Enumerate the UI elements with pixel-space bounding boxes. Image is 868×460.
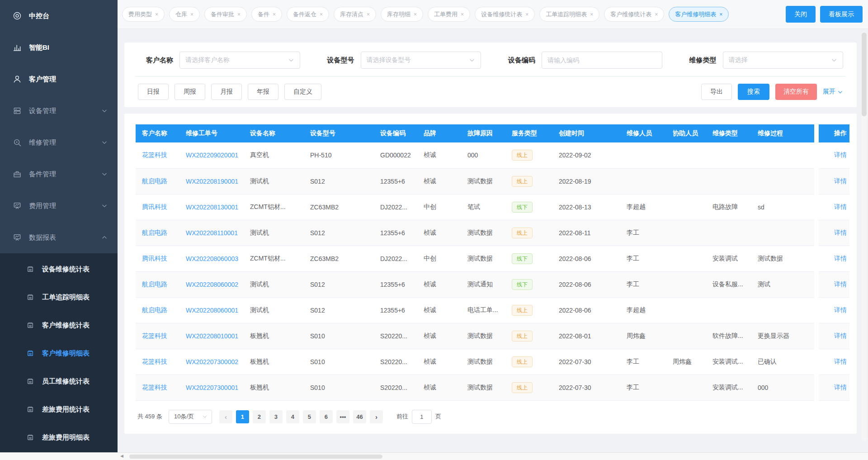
goto-page-input[interactable] <box>412 410 432 424</box>
submenu-item-device-repair-stats[interactable]: 设备维修统计表 <box>0 255 118 283</box>
period-button[interactable]: 年报 <box>248 84 278 100</box>
customer-name-select[interactable]: 请选择客户名称 <box>179 52 300 69</box>
submenu-item-customer-repair-detail[interactable]: 客户维修明细表 <box>0 339 118 367</box>
page-number-button[interactable]: ••• <box>336 410 349 423</box>
close-button[interactable]: 关闭 <box>786 6 816 23</box>
page-number-button[interactable]: 46 <box>353 410 366 423</box>
tab-close-icon[interactable]: × <box>190 11 193 18</box>
clear-all-button[interactable]: 清空所有 <box>775 84 817 100</box>
tab-close-icon[interactable]: × <box>655 11 658 18</box>
tab-close-icon[interactable]: × <box>273 11 276 18</box>
detail-link[interactable]: 详情 <box>834 177 847 185</box>
sidebar-item-bi[interactable]: 智能BI <box>0 32 118 63</box>
device-code-input[interactable] <box>542 52 662 69</box>
period-button[interactable]: 周报 <box>175 84 205 100</box>
page-tab[interactable]: 工单追踪明细表 × <box>539 7 599 22</box>
page-tab[interactable]: 备件审批 × <box>204 7 247 22</box>
detail-link[interactable]: 详情 <box>834 255 847 262</box>
submenu-item-customer-repair-stats[interactable]: 客户维修统计表 <box>0 311 118 339</box>
sidebar-item-reports[interactable]: 数据报表 <box>0 222 118 253</box>
tab-close-icon[interactable]: × <box>155 11 158 18</box>
customer-link[interactable]: 航启电路 <box>142 280 167 288</box>
board-display-button[interactable]: 看板展示 <box>820 6 863 23</box>
page-tab[interactable]: 备件返仓 × <box>287 7 329 22</box>
workorder-link[interactable]: WX202208110001 <box>186 229 238 237</box>
customer-link[interactable]: 航启电路 <box>142 306 167 313</box>
page-number-button[interactable]: 1 <box>236 410 249 423</box>
page-number-button[interactable]: 4 <box>286 410 299 423</box>
sidebar-item-parts[interactable]: 备件管理 <box>0 158 118 190</box>
page-number-button[interactable]: 2 <box>253 410 266 423</box>
vertical-scrollbar-thumb[interactable] <box>862 33 867 116</box>
tab-close-icon[interactable]: × <box>237 11 241 18</box>
tab-close-icon[interactable]: × <box>414 11 417 18</box>
submenu-item-travel-expense-detail[interactable]: 差旅费用明细表 <box>0 423 118 451</box>
tab-close-icon[interactable]: × <box>367 11 370 18</box>
device-model-select[interactable]: 请选择设备型号 <box>361 52 481 69</box>
workorder-link[interactable]: WX202208060001 <box>186 307 238 314</box>
customer-link[interactable]: 航启电路 <box>142 177 167 185</box>
page-tab[interactable]: 库存明细 × <box>381 7 423 22</box>
tab-close-icon[interactable]: × <box>320 11 323 18</box>
workorder-link[interactable]: WX202208190001 <box>186 178 238 185</box>
sidebar-item-repair[interactable]: 维修管理 <box>0 127 118 158</box>
sidebar-item-expenses[interactable]: 费用管理 <box>0 190 118 222</box>
customer-link[interactable]: 花篮科技 <box>142 151 167 158</box>
expand-toggle[interactable]: 展开 <box>823 88 843 96</box>
customer-link[interactable]: 花篮科技 <box>142 332 167 339</box>
tab-close-icon[interactable]: × <box>590 11 593 18</box>
workorder-link[interactable]: WX202208060002 <box>186 281 238 288</box>
page-tab[interactable]: 客户维修统计表 × <box>604 7 664 22</box>
customer-link[interactable]: 腾讯科技 <box>142 255 167 262</box>
workorder-link[interactable]: WX202208130001 <box>186 204 238 211</box>
page-number-button[interactable]: 6 <box>320 410 333 423</box>
page-number-button[interactable]: 5 <box>303 410 316 423</box>
period-button[interactable]: 月报 <box>211 84 242 100</box>
detail-link[interactable]: 详情 <box>834 332 847 339</box>
page-tab[interactable]: 费用类型 × <box>122 7 165 22</box>
sidebar-item-customers[interactable]: 客户管理 <box>0 63 118 95</box>
prev-page-button[interactable]: ‹ <box>219 410 232 423</box>
detail-link[interactable]: 详情 <box>834 280 847 288</box>
horizontal-scrollbar[interactable]: ◀ <box>0 452 868 460</box>
customer-link[interactable]: 腾讯科技 <box>142 203 167 210</box>
vertical-scrollbar[interactable] <box>861 32 867 441</box>
scroll-left-arrow-icon[interactable]: ◀ <box>120 454 123 458</box>
detail-link[interactable]: 详情 <box>834 203 847 210</box>
detail-link[interactable]: 详情 <box>834 306 847 313</box>
horizontal-scrollbar-thumb[interactable] <box>129 455 382 459</box>
period-button[interactable]: 自定义 <box>284 84 321 100</box>
page-number-button[interactable]: 3 <box>269 410 283 423</box>
sidebar-item-console[interactable]: 中控台 <box>0 0 118 32</box>
page-tab[interactable]: 库存清点 × <box>334 7 376 22</box>
submenu-item-employee-repair-stats[interactable]: 员工维修统计表 <box>0 367 118 395</box>
workorder-link[interactable]: WX202209020001 <box>186 152 238 159</box>
workorder-link[interactable]: WX202208060003 <box>186 255 238 262</box>
submenu-item-workorder-tracking[interactable]: 工单追踪明细表 <box>0 283 118 311</box>
detail-link[interactable]: 详情 <box>834 151 847 158</box>
page-size-select[interactable]: 10条/页 <box>169 410 212 424</box>
page-tab[interactable]: 设备维修统计表 × <box>475 7 535 22</box>
period-button[interactable]: 日报 <box>138 84 169 100</box>
repair-type-select[interactable]: 请选择 <box>723 52 844 69</box>
page-tab[interactable]: 仓库 × <box>169 7 200 22</box>
page-tab[interactable]: 备件 × <box>251 7 282 22</box>
customer-link[interactable]: 花篮科技 <box>142 358 167 365</box>
workorder-link[interactable]: WX202207300002 <box>186 358 238 365</box>
sidebar-item-devices[interactable]: 设备管理 <box>0 95 118 127</box>
submenu-item-travel-expense-stats[interactable]: 差旅费用统计表 <box>0 395 118 423</box>
detail-link[interactable]: 详情 <box>834 384 847 391</box>
tab-close-icon[interactable]: × <box>719 11 722 18</box>
workorder-link[interactable]: WX202208010001 <box>186 332 238 340</box>
customer-link[interactable]: 航启电路 <box>142 229 167 236</box>
tab-close-icon[interactable]: × <box>461 11 464 18</box>
detail-link[interactable]: 详情 <box>834 358 847 365</box>
detail-link[interactable]: 详情 <box>834 229 847 236</box>
page-tab[interactable]: 工单费用 × <box>428 7 470 22</box>
workorder-link[interactable]: WX202207300001 <box>186 384 238 391</box>
page-tab[interactable]: 客户维修明细表 × <box>669 7 729 22</box>
export-button[interactable]: 导出 <box>701 84 732 100</box>
search-button[interactable]: 搜索 <box>738 84 769 100</box>
tab-close-icon[interactable]: × <box>525 11 528 18</box>
customer-link[interactable]: 花篮科技 <box>142 384 167 391</box>
